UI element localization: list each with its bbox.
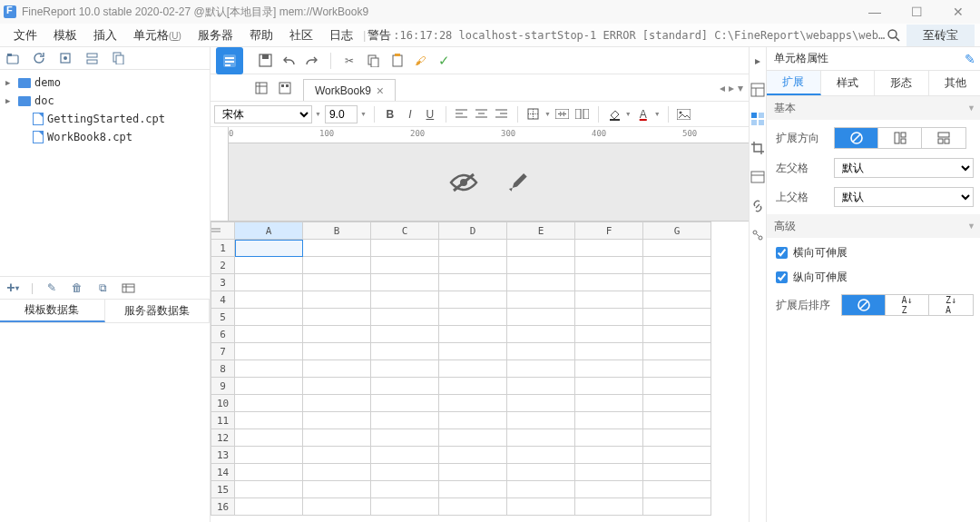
grid-cell[interactable] — [507, 481, 575, 498]
grid-cell[interactable] — [371, 240, 439, 257]
grid-cell[interactable] — [371, 343, 439, 360]
font-size-input[interactable] — [325, 105, 358, 123]
column-header[interactable]: G — [643, 222, 711, 240]
add-dataset-icon[interactable]: +▾ — [5, 281, 20, 295]
grid-cell[interactable] — [643, 395, 711, 412]
grid-cell[interactable] — [507, 326, 575, 343]
menu-template[interactable]: 模板 — [45, 27, 85, 44]
bold-icon[interactable]: B — [382, 106, 398, 123]
grid-cell[interactable] — [575, 498, 643, 516]
grid-cell[interactable] — [507, 274, 575, 291]
row-header[interactable]: 7 — [211, 343, 235, 360]
grid-cell[interactable] — [371, 447, 439, 464]
expand-arrow-icon[interactable]: ▶ — [5, 96, 15, 105]
grid-cell[interactable] — [235, 464, 303, 481]
form-icon[interactable] — [278, 81, 292, 95]
grid-cell[interactable] — [439, 240, 507, 257]
grid-cell[interactable] — [507, 464, 575, 481]
menu-help[interactable]: 帮助 — [241, 27, 281, 44]
grid-cell[interactable] — [575, 257, 643, 274]
file-tree[interactable]: ▶demo▶docGettingStarted.cptWorkBook8.cpt — [0, 70, 210, 276]
new-folder-icon[interactable] — [5, 51, 20, 65]
grid-cell[interactable] — [643, 360, 711, 378]
grid-cell[interactable] — [643, 274, 711, 291]
row-header[interactable]: 11 — [211, 412, 235, 429]
grid-cell[interactable] — [643, 309, 711, 326]
tab-next-icon[interactable]: ▸ — [729, 82, 734, 94]
tree-row[interactable]: ▶doc — [2, 92, 208, 110]
expand-arrow-icon[interactable]: ▶ — [5, 78, 15, 87]
fill-color-icon[interactable] — [606, 106, 622, 123]
row-header[interactable]: 13 — [211, 447, 235, 464]
cell-props-icon[interactable] — [750, 82, 766, 98]
grid-cell[interactable] — [507, 309, 575, 326]
grid-cell[interactable] — [303, 447, 371, 464]
preview-dataset-icon[interactable] — [121, 281, 135, 295]
insert-image-icon[interactable] — [676, 106, 692, 123]
column-header[interactable]: D — [439, 222, 507, 240]
tab-other[interactable]: 其他 — [929, 71, 981, 95]
doc-tab-workbook9[interactable]: WorkBook9 × — [303, 79, 396, 101]
grid-cell[interactable] — [235, 360, 303, 378]
font-color-icon[interactable]: A — [635, 106, 652, 123]
grid-cell[interactable] — [371, 498, 439, 516]
grid-cell[interactable] — [303, 412, 371, 429]
grid-cell[interactable] — [371, 309, 439, 326]
tab-expand[interactable]: 扩展 — [767, 71, 821, 95]
grid-cell[interactable] — [575, 395, 643, 412]
grid-cell[interactable] — [507, 447, 575, 464]
grid-cell[interactable] — [439, 326, 507, 343]
menu-server[interactable]: 服务器 — [190, 27, 241, 44]
horizontal-stretch-checkbox[interactable]: 横向可伸展 — [776, 245, 974, 261]
grid-cell[interactable] — [575, 326, 643, 343]
column-header[interactable]: C — [371, 222, 439, 240]
grid-cell[interactable] — [235, 309, 303, 326]
font-family-select[interactable]: 宋体 — [214, 105, 312, 123]
crop-icon[interactable] — [750, 140, 766, 156]
row-header[interactable]: 15 — [211, 481, 235, 498]
up-parent-select[interactable]: 默认 — [834, 187, 974, 207]
menu-file[interactable]: 文件 — [5, 27, 45, 44]
merge-icon[interactable] — [554, 106, 571, 123]
left-parent-select[interactable]: 默认 — [834, 158, 974, 178]
tree-row[interactable]: ▶demo — [2, 74, 208, 92]
grid-cell[interactable] — [303, 240, 371, 257]
grid-cell[interactable] — [235, 395, 303, 412]
refresh-icon[interactable] — [32, 51, 46, 65]
tab-style[interactable]: 样式 — [821, 71, 876, 95]
grid-cell[interactable] — [575, 274, 643, 291]
grid-cell[interactable] — [575, 309, 643, 326]
grid-cell[interactable] — [439, 274, 507, 291]
grid-cell[interactable] — [643, 447, 711, 464]
row-header[interactable]: 1 — [211, 240, 235, 257]
cut-icon[interactable]: ✂ — [342, 54, 357, 68]
grid-cell[interactable] — [439, 309, 507, 326]
grid-cell[interactable] — [371, 378, 439, 395]
hyperlink-icon[interactable] — [750, 198, 766, 214]
format-brush-icon[interactable]: 🖌 — [413, 54, 427, 68]
row-header[interactable]: 16 — [211, 498, 235, 516]
border-icon[interactable] — [525, 106, 542, 123]
template-type-icon[interactable] — [216, 47, 243, 74]
grid-cell[interactable] — [303, 291, 371, 309]
grid-cell[interactable] — [643, 429, 711, 447]
expand-none-button[interactable] — [835, 128, 878, 148]
undo-icon[interactable] — [281, 54, 296, 68]
grid-cell[interactable] — [575, 360, 643, 378]
grid-cell[interactable] — [507, 412, 575, 429]
grid-cell[interactable] — [643, 412, 711, 429]
menu-community[interactable]: 社区 — [281, 27, 321, 44]
align-right-icon[interactable] — [494, 106, 510, 123]
unmerge-icon[interactable] — [574, 106, 591, 123]
tab-list-icon[interactable]: ▾ — [738, 82, 743, 94]
promo-button[interactable]: 至砖宝 — [906, 25, 975, 46]
row-header[interactable]: 4 — [211, 291, 235, 309]
widget-icon[interactable] — [750, 227, 766, 243]
row-header[interactable]: 12 — [211, 429, 235, 447]
grid-cell[interactable] — [643, 257, 711, 274]
locate-icon[interactable] — [58, 51, 73, 65]
grid-cell[interactable] — [303, 395, 371, 412]
grid-cell[interactable] — [439, 378, 507, 395]
grid-cell[interactable] — [643, 498, 711, 516]
condition-icon[interactable] — [750, 169, 766, 185]
